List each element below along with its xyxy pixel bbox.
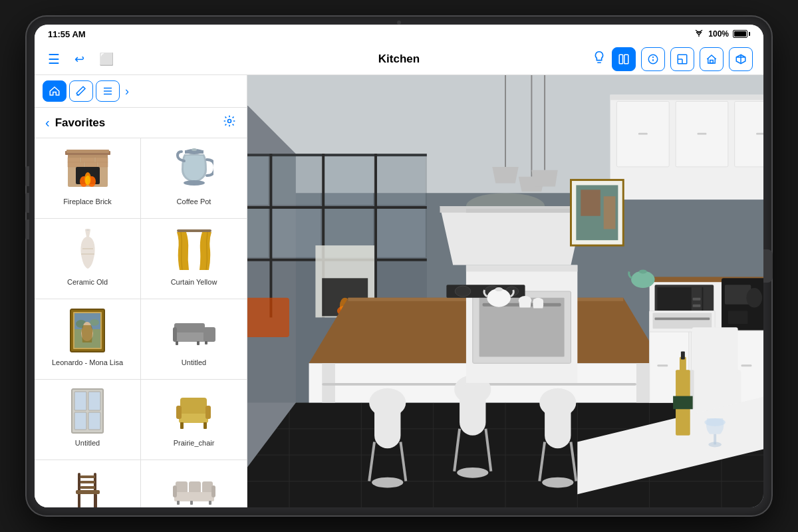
svg-rect-37 xyxy=(177,229,211,232)
svg-point-151 xyxy=(542,477,573,488)
svg-marker-161 xyxy=(440,206,585,265)
svg-point-194 xyxy=(708,442,722,448)
svg-rect-107 xyxy=(247,209,268,257)
list-item[interactable]: Untitled xyxy=(35,380,140,460)
list-item[interactable]: Coffee Pot xyxy=(141,138,247,218)
camera-dot xyxy=(397,21,401,25)
item-thumbnail-chair xyxy=(65,468,111,507)
svg-rect-59 xyxy=(179,414,208,423)
list-item[interactable]: Sofa3x_amazing xyxy=(141,460,247,507)
toolbar-right xyxy=(553,47,753,71)
toolbar-center: Kitchen xyxy=(253,53,545,66)
svg-point-146 xyxy=(457,467,488,478)
svg-rect-138 xyxy=(374,396,400,449)
sidebar-tab-list[interactable] xyxy=(96,80,120,102)
svg-rect-19 xyxy=(81,158,94,162)
item-thumbnail-monalisa xyxy=(65,307,111,354)
svg-rect-51 xyxy=(205,341,207,344)
svg-rect-180 xyxy=(741,364,752,366)
svg-rect-153 xyxy=(466,265,577,272)
svg-rect-123 xyxy=(756,133,763,135)
svg-rect-76 xyxy=(173,485,177,497)
lightbulb-button[interactable] xyxy=(592,50,606,68)
list-item[interactable]: Curtain Yellow xyxy=(141,219,247,299)
svg-rect-62 xyxy=(180,422,184,429)
svg-rect-52 xyxy=(173,327,177,342)
svg-rect-48 xyxy=(203,327,215,342)
svg-rect-77 xyxy=(211,485,215,497)
sidebar-back-button[interactable]: ‹ xyxy=(45,115,50,130)
list-item[interactable]: Ceramic Old xyxy=(35,219,140,299)
svg-rect-57 xyxy=(88,412,100,430)
main-content: › ‹ Favorites xyxy=(35,75,763,507)
svg-rect-71 xyxy=(80,486,95,489)
sidebar-tab-home[interactable] xyxy=(43,80,66,102)
svg-rect-18 xyxy=(68,158,80,162)
prairie-chair-icon xyxy=(172,391,215,431)
svg-rect-135 xyxy=(636,363,650,402)
svg-rect-197 xyxy=(581,190,600,215)
list-item[interactable]: Prairie_chair xyxy=(141,380,247,460)
house-button[interactable] xyxy=(700,47,724,71)
left-buttons xyxy=(25,166,29,239)
floorplan-button[interactable] xyxy=(670,47,694,71)
svg-rect-0 xyxy=(619,55,622,64)
svg-rect-63 xyxy=(203,422,207,429)
sidebar-settings-button[interactable] xyxy=(223,114,236,131)
svg-rect-54 xyxy=(74,392,86,410)
svg-rect-191 xyxy=(673,396,693,410)
sidebar-tab-edit[interactable] xyxy=(69,80,93,102)
svg-rect-173 xyxy=(728,311,748,325)
sofa-icon xyxy=(172,313,217,349)
svg-rect-56 xyxy=(74,412,86,430)
svg-point-204 xyxy=(639,270,647,274)
list-item[interactable]: Chair_002 xyxy=(35,460,140,507)
svg-point-200 xyxy=(495,287,503,291)
svg-rect-185 xyxy=(692,327,738,373)
list-item[interactable]: Fireplace Brick xyxy=(35,138,140,218)
svg-marker-129 xyxy=(531,170,557,187)
sidebar-tab-more[interactable]: › xyxy=(122,82,132,101)
toolbar-left: ☰ ↩ ⬜ xyxy=(45,49,245,70)
undo-button[interactable]: ↩ xyxy=(72,49,87,69)
svg-rect-178 xyxy=(657,364,668,366)
svg-point-28 xyxy=(85,176,90,185)
sidebar: › ‹ Favorites xyxy=(35,75,247,507)
menu-button[interactable]: ☰ xyxy=(45,49,63,70)
sidebar-tabs: › xyxy=(35,75,247,108)
svg-rect-190 xyxy=(681,352,685,360)
new-button[interactable]: ⬜ xyxy=(96,49,116,69)
list-item[interactable]: Untitled xyxy=(141,299,247,379)
svg-rect-98 xyxy=(269,154,272,317)
svg-rect-46 xyxy=(174,323,205,334)
item-thumbnail-ceramic xyxy=(65,227,111,273)
svg-rect-169 xyxy=(693,298,701,301)
svg-point-33 xyxy=(192,148,197,151)
svg-rect-72 xyxy=(176,481,188,493)
list-item[interactable]: Leonardo - Mona Lisa xyxy=(35,299,140,379)
status-icons: 100% xyxy=(694,29,750,39)
svg-rect-122 xyxy=(698,133,707,135)
toolbar: ☰ ↩ ⬜ Kitchen xyxy=(35,43,763,75)
svg-point-15 xyxy=(228,120,231,123)
svg-rect-67 xyxy=(78,494,80,508)
svg-rect-58 xyxy=(180,398,207,416)
svg-rect-61 xyxy=(205,406,211,419)
svg-rect-30 xyxy=(66,150,109,153)
item-thumbnail-fireplace xyxy=(65,146,111,193)
svg-rect-66 xyxy=(76,490,100,494)
home-button[interactable] xyxy=(763,249,773,283)
svg-rect-148 xyxy=(545,396,571,449)
info-button[interactable] xyxy=(641,47,665,71)
item-label: Prairie_chair xyxy=(174,438,215,448)
chair-icon xyxy=(71,470,104,508)
svg-rect-170 xyxy=(693,305,701,307)
3d-view[interactable] xyxy=(247,75,763,507)
svg-rect-50 xyxy=(197,341,200,345)
svg-rect-80 xyxy=(190,501,193,505)
svg-rect-105 xyxy=(325,156,373,205)
library-button[interactable] xyxy=(612,47,636,71)
svg-rect-23 xyxy=(98,162,108,167)
cube-button[interactable] xyxy=(729,47,753,71)
svg-point-43 xyxy=(90,319,99,326)
